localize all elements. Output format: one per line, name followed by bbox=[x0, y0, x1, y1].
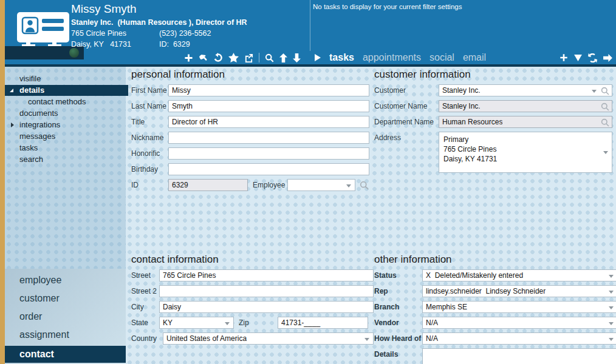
chevron-down-icon bbox=[364, 338, 369, 341]
street2-input[interactable] bbox=[159, 285, 374, 297]
id-label: ID bbox=[131, 181, 168, 189]
forward-arrow-icon[interactable] bbox=[603, 54, 612, 62]
chevron-down-icon bbox=[609, 275, 614, 278]
rep-label: Rep bbox=[374, 287, 422, 295]
state-dropdown[interactable]: KY bbox=[159, 317, 234, 329]
sidebar-item-visifile[interactable]: visifile bbox=[5, 73, 126, 84]
tasks-preview-panel: No tasks to display for your current fil… bbox=[310, 0, 616, 51]
branch-label: Branch bbox=[374, 303, 422, 311]
customer-dropdown[interactable]: Stanley Inc. bbox=[439, 84, 612, 96]
hand-select-icon[interactable] bbox=[199, 53, 208, 62]
play-icon[interactable] bbox=[315, 54, 321, 61]
move-up-icon[interactable] bbox=[279, 53, 287, 62]
birthday-label: Birthday bbox=[131, 165, 168, 174]
contact-card-icon bbox=[12, 11, 69, 50]
details-textarea[interactable] bbox=[422, 348, 616, 364]
tab-appointments[interactable]: appointments bbox=[363, 51, 421, 64]
title-input[interactable] bbox=[168, 116, 369, 128]
module-nav-customer[interactable]: customer bbox=[5, 289, 126, 308]
chevron-down-icon bbox=[609, 322, 614, 325]
sidebar-item-search[interactable]: search bbox=[5, 154, 126, 165]
birthday-input[interactable] bbox=[168, 163, 369, 175]
rep-dropdown[interactable]: lindsey.schneider Lindsey Schneider bbox=[422, 285, 616, 297]
refresh-icon[interactable] bbox=[588, 53, 597, 62]
sidebar-item-contact-methods[interactable]: contact methods bbox=[5, 96, 126, 107]
add-task-icon[interactable] bbox=[560, 53, 568, 62]
vendor-label: Vendor bbox=[374, 318, 422, 327]
tab-email[interactable]: email bbox=[463, 51, 486, 64]
section-title: personal information bbox=[131, 69, 369, 81]
nickname-input[interactable] bbox=[168, 132, 369, 144]
last-name-input[interactable] bbox=[168, 100, 369, 112]
details-label: Details bbox=[374, 348, 422, 359]
honorific-input[interactable] bbox=[168, 147, 369, 160]
section-title: customer information bbox=[374, 69, 612, 81]
department-name-label: Department Name bbox=[374, 118, 439, 126]
sidebar-item-details[interactable]: details bbox=[5, 85, 128, 96]
city-label: City bbox=[131, 303, 159, 311]
status-dropdown[interactable]: X Deleted/Mistakenly entered bbox=[422, 269, 616, 281]
module-nav-order[interactable]: order bbox=[5, 308, 126, 326]
add-icon[interactable] bbox=[184, 53, 193, 62]
employee-search-icon[interactable] bbox=[360, 181, 369, 190]
first-name-input[interactable] bbox=[168, 84, 369, 96]
contact-header: Missy Smyth Stanley Inc. (Human Resource… bbox=[5, 0, 616, 67]
title-label: Title bbox=[131, 118, 168, 126]
sidebar-item-documents[interactable]: documents bbox=[5, 108, 126, 119]
street-input[interactable] bbox=[159, 269, 374, 281]
chevron-down-icon bbox=[592, 90, 597, 93]
city-input[interactable] bbox=[159, 301, 374, 313]
tab-tasks[interactable]: tasks bbox=[329, 51, 354, 64]
nickname-label: Nickname bbox=[131, 133, 168, 142]
customer-name-search-icon[interactable] bbox=[601, 103, 609, 111]
customer-name-field: Stanley Inc. bbox=[439, 100, 612, 112]
branch-dropdown[interactable]: Memphis SE bbox=[422, 301, 616, 313]
sidebar-item-integrations[interactable]: integrations bbox=[5, 120, 126, 130]
chevron-down-icon bbox=[609, 306, 614, 309]
other-information-section: other information Status X Deleted/Mista… bbox=[374, 254, 616, 364]
tasks-empty-message: No tasks to display for your current fil… bbox=[310, 0, 616, 10]
contact-phone: (523) 236-5562 bbox=[159, 28, 247, 39]
employee-dropdown[interactable] bbox=[287, 179, 355, 191]
zip-input[interactable] bbox=[278, 317, 368, 329]
expand-arrow-icon bbox=[10, 123, 14, 127]
country-dropdown[interactable]: United States of America bbox=[163, 332, 374, 345]
customer-search-icon[interactable] bbox=[601, 87, 609, 95]
personal-information-section: personal information First Name Last Nam… bbox=[131, 69, 369, 191]
last-name-label: Last Name bbox=[131, 102, 168, 110]
contact-company-line: Stanley Inc. (Human Resources ), Directo… bbox=[71, 18, 247, 28]
sidebar-item-messages[interactable]: messages bbox=[5, 131, 126, 142]
contact-name: Missy Smyth bbox=[71, 1, 247, 17]
how-heard-of-dropdown[interactable]: N/A bbox=[422, 332, 616, 345]
contact-summary: Missy Smyth Stanley Inc. (Human Resource… bbox=[71, 1, 247, 50]
module-nav-assignment[interactable]: assignment bbox=[5, 326, 126, 344]
header-toolbar: tasks appointments social email bbox=[5, 51, 616, 64]
vendor-dropdown[interactable]: N/A bbox=[422, 317, 616, 329]
chevron-down-icon bbox=[609, 338, 614, 341]
open-external-icon[interactable] bbox=[244, 53, 253, 62]
state-label: State bbox=[131, 318, 159, 327]
move-down-icon[interactable] bbox=[293, 53, 301, 62]
chevron-down-icon bbox=[225, 322, 230, 325]
section-title: other information bbox=[374, 254, 616, 266]
module-nav: employee customer order assignment conta… bbox=[5, 269, 126, 364]
filter-icon[interactable] bbox=[574, 55, 582, 61]
module-nav-employee[interactable]: employee bbox=[5, 271, 126, 289]
contact-id: ID: 6329 bbox=[159, 39, 247, 50]
tab-social[interactable]: social bbox=[429, 51, 454, 64]
status-label: Status bbox=[374, 271, 422, 280]
header-tabs: tasks appointments social email bbox=[315, 51, 486, 64]
module-nav-contact[interactable]: contact bbox=[5, 346, 126, 363]
first-name-label: First Name bbox=[131, 86, 168, 95]
window-edge-accent bbox=[0, 0, 5, 364]
how-heard-of-label: How Heard of bbox=[374, 334, 422, 343]
id-input bbox=[168, 179, 248, 191]
refresh-record-icon[interactable] bbox=[213, 53, 223, 62]
address-dropdown[interactable]: Primary 765 Circle Pines Daisy, KY 41731 bbox=[439, 132, 612, 173]
customer-name-label: Customer Name bbox=[374, 102, 439, 110]
favorite-star-icon[interactable] bbox=[228, 53, 239, 62]
search-icon[interactable] bbox=[265, 53, 274, 62]
country-label: Country bbox=[131, 334, 163, 343]
department-search-icon[interactable] bbox=[601, 118, 609, 127]
sidebar-item-tasks[interactable]: tasks bbox=[5, 143, 126, 153]
